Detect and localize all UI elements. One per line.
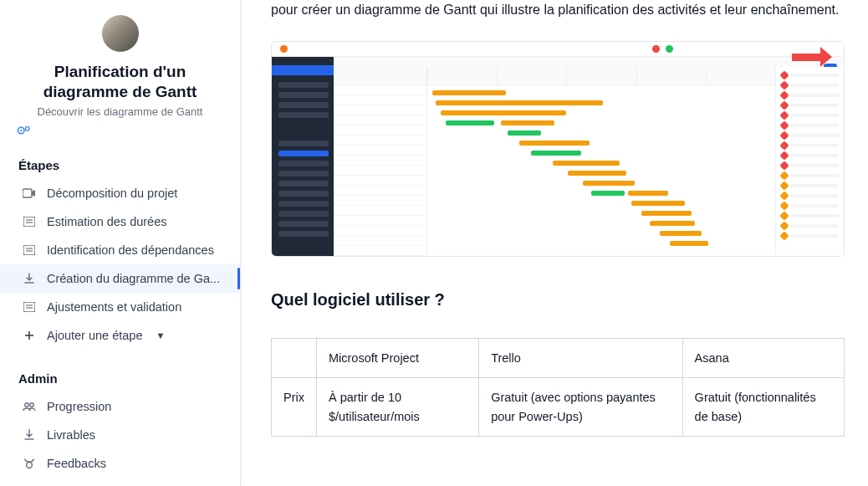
svg-point-1 <box>20 129 22 130</box>
svg-rect-11 <box>23 302 35 312</box>
step-label: Ajustements et validation <box>47 300 181 314</box>
sidebar: Planification d'un diagramme de Gantt Dé… <box>0 0 241 486</box>
svg-point-17 <box>30 402 33 406</box>
download-icon <box>22 273 37 284</box>
steps-section-label: Étapes <box>0 145 240 179</box>
table-cell: Gratuit (avec options payantes pour Powe… <box>479 378 682 437</box>
admin-section-label: Admin <box>0 350 240 392</box>
step-dependencies[interactable]: Identification des dépendances <box>0 236 240 264</box>
chevron-down-icon: ▼ <box>156 330 165 340</box>
table-cell: À partir de 10 $/utilisateur/mois <box>316 378 478 437</box>
gear-icon <box>17 125 32 136</box>
plus-icon <box>22 330 37 340</box>
svg-rect-7 <box>23 245 35 255</box>
admin-progression[interactable]: Progression <box>0 392 240 421</box>
step-estimation[interactable]: Estimation des durées <box>0 207 240 236</box>
step-creation[interactable]: Création du diagramme de Ga... <box>0 264 240 293</box>
download-icon <box>22 429 37 441</box>
table-corner-cell <box>272 338 317 377</box>
svg-rect-4 <box>23 217 35 227</box>
svg-point-16 <box>25 402 28 406</box>
step-label: Estimation des durées <box>47 215 166 228</box>
svg-point-19 <box>27 462 33 468</box>
section-heading: Quel logiciel utiliser ? <box>271 287 845 313</box>
settings-button[interactable] <box>17 125 223 136</box>
project-avatar[interactable] <box>102 15 139 52</box>
table-col-header: Trello <box>479 338 682 377</box>
step-label: Décomposition du projet <box>47 187 177 200</box>
comparison-table: Microsoft Project Trello Asana Prix À pa… <box>271 338 845 437</box>
camera-icon <box>22 188 37 198</box>
project-title: Planification d'un diagramme de Gantt <box>17 62 223 102</box>
admin-label: Livrables <box>47 428 95 442</box>
steps-list: Décomposition du projet Estimation des d… <box>0 179 240 350</box>
admin-label: Progression <box>47 400 111 413</box>
people-icon <box>22 402 37 412</box>
step-adjustments[interactable]: Ajustements et validation <box>0 293 240 321</box>
add-step-button[interactable]: Ajouter une étape ▼ <box>0 321 240 350</box>
admin-feedbacks[interactable]: Feedbacks <box>0 449 240 478</box>
admin-deliverables[interactable]: Livrables <box>0 421 240 449</box>
admin-label: Feedbacks <box>47 457 106 470</box>
intro-paragraph: pour créer un diagramme de Gantt qui ill… <box>271 0 845 21</box>
table-col-header: Microsoft Project <box>316 338 478 377</box>
svg-rect-3 <box>23 189 32 197</box>
project-subtitle: Découvrir les diagramme de Gantt <box>17 105 223 118</box>
table-row: Prix À partir de 10 $/utilisateur/mois G… <box>272 378 845 437</box>
add-step-label: Ajouter une étape <box>47 329 142 342</box>
taurus-icon <box>22 458 37 469</box>
gantt-preview-image <box>271 41 845 257</box>
list-icon <box>22 217 37 227</box>
admin-list: Progression Livrables Feedbacks <box>0 392 240 478</box>
step-label: Création du diagramme de Ga... <box>47 272 220 285</box>
list-icon <box>22 245 37 255</box>
svg-point-2 <box>25 126 29 130</box>
table-header-row: Microsoft Project Trello Asana <box>272 338 845 377</box>
step-label: Identification des dépendances <box>47 243 214 257</box>
table-cell: Gratuit (fonctionnalités de base) <box>682 378 844 437</box>
sidebar-header: Planification d'un diagramme de Gantt Dé… <box>0 15 240 145</box>
table-col-header: Asana <box>682 338 844 377</box>
table-row-label: Prix <box>272 378 317 437</box>
list-icon <box>22 302 37 312</box>
step-decomposition[interactable]: Décomposition du projet <box>0 179 240 207</box>
main-content: pour créer un diagramme de Gantt qui ill… <box>241 0 868 486</box>
